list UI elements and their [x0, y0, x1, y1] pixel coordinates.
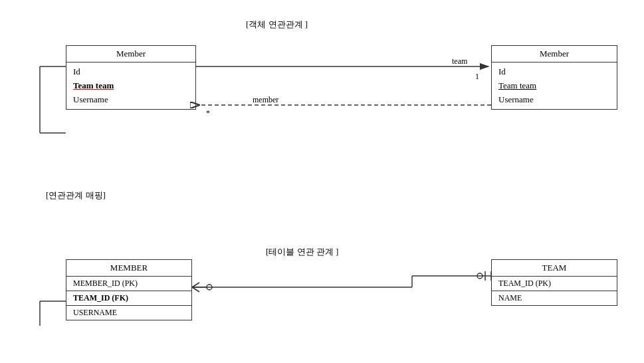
- star-label: *: [206, 108, 210, 118]
- left-db-table: MEMBER MEMBER_ID (PK) TEAM_ID (FK) USERN…: [66, 259, 192, 320]
- right-db-header: TEAM: [492, 260, 617, 277]
- svg-line-15: [192, 283, 199, 287]
- one-label: 1: [475, 72, 479, 82]
- left-db-row-2: TEAM_ID (FK): [66, 291, 191, 306]
- right-uml-box: Member Id Team team Username: [491, 45, 617, 110]
- left-db-header: MEMBER: [66, 260, 191, 277]
- team-label: team: [452, 57, 467, 66]
- right-uml-field-team: Team team: [498, 79, 610, 93]
- svg-line-16: [192, 287, 199, 292]
- left-uml-field-id: Id: [73, 65, 189, 79]
- left-uml-box: Member Id Team team Username: [66, 45, 196, 110]
- left-uml-field-username: Username: [73, 93, 189, 107]
- diagram-container: [객체 연관관계 ] Member Id Team team Username …: [0, 0, 644, 363]
- right-db-row-1: TEAM_ID (PK): [492, 277, 617, 291]
- left-uml-header: Member: [66, 46, 195, 62]
- member-label: member: [253, 95, 278, 105]
- right-uml-body: Id Team team Username: [492, 62, 617, 109]
- left-uml-field-team: Team team: [73, 79, 189, 93]
- right-uml-header: Member: [492, 46, 617, 62]
- left-uml-body: Id Team team Username: [66, 62, 195, 109]
- svg-point-17: [207, 285, 212, 290]
- left-db-row-1: MEMBER_ID (PK): [66, 277, 191, 291]
- right-uml-field-username: Username: [498, 93, 610, 107]
- right-db-row-2: NAME: [492, 291, 617, 305]
- section1-title: [객체 연관관계 ]: [246, 19, 308, 31]
- section2-title: [연관관계 매핑]: [46, 189, 106, 201]
- left-db-row-3: USERNAME: [66, 306, 191, 320]
- svg-point-21: [477, 273, 483, 279]
- right-uml-field-id: Id: [498, 65, 610, 79]
- right-db-table: TEAM TEAM_ID (PK) NAME: [491, 259, 617, 306]
- section3-title: [테이블 연관 관계 ]: [266, 246, 338, 258]
